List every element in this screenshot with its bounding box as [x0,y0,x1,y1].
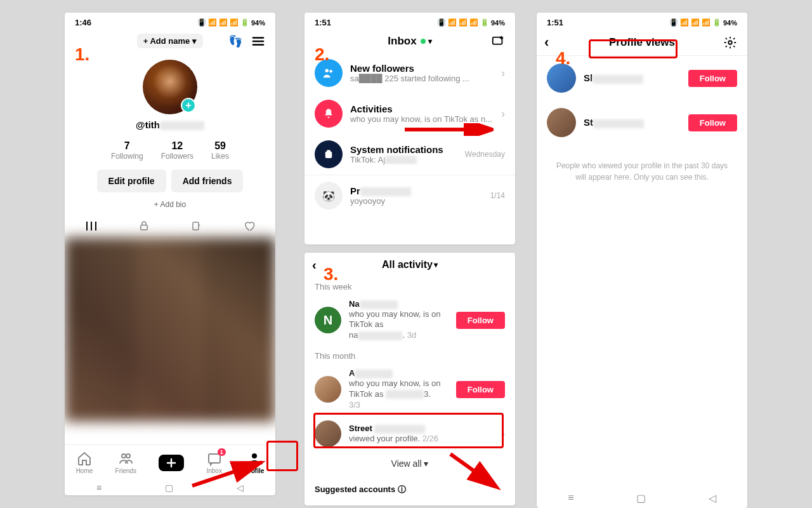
username: @tith [136,119,204,130]
android-nav: ≡▢◁ [537,492,747,504]
svg-point-5 [252,453,257,458]
profile-views-note: People who viewed your profile in the pa… [537,145,747,198]
inbox-item-dm[interactable]: 🐼 Pr yoyooyoy 1/14 [304,175,515,216]
svg-point-14 [728,41,732,44]
tab-grid-icon[interactable] [84,219,98,233]
activity-item[interactable]: N Na who you may know, is on TikTok asna… [304,294,515,346]
bottom-nav: Home Friends 1 Inbox Profile [65,444,275,480]
nav-home[interactable]: Home [76,451,93,474]
video-grid[interactable] [65,237,275,422]
status-time: 1:51 [315,18,331,27]
chevron-down-icon[interactable]: ▾ [434,260,438,269]
stat-likes[interactable]: 59 Likes [211,140,229,161]
menu-icon[interactable] [251,34,265,48]
nav-profile[interactable]: Profile [244,451,264,474]
chevron-down-icon: ▾ [192,36,197,46]
follow-button[interactable]: Follow [456,312,505,329]
svg-point-9 [329,70,332,73]
screenshot-3-activity: ‹ All activity▾ 3. This week N Na who yo… [304,253,515,505]
status-indicators: 📳📶📶📶🔋94% [197,18,265,27]
tab-bookmark-icon[interactable] [190,219,204,233]
home-nav-icon: ▢ [636,492,646,504]
profile-header: + Add name ▾ 👣 [65,30,275,52]
android-nav: ≡▢◁ [65,480,275,495]
svg-point-2 [122,454,126,458]
svg-point-8 [325,69,329,73]
bell-icon [315,100,343,128]
svg-rect-11 [327,150,331,152]
chevron-right-icon: › [501,67,505,80]
back-icon[interactable]: ‹ [312,258,317,272]
add-friends-button[interactable]: Add friends [171,170,244,192]
status-dot-icon [421,39,426,44]
edit-profile-button[interactable]: Edit profile [97,170,166,192]
back-nav-icon: ◁ [237,483,244,493]
recent-icon: ≡ [96,483,102,493]
recent-icon: ≡ [568,492,573,504]
step-number-4: 4. [556,48,570,69]
back-icon[interactable]: ‹ [544,34,549,51]
activity-avatar: N [315,307,341,333]
inbox-header: Inbox ▾ [304,30,515,53]
inbox-item-system[interactable]: System notifications TikTok: Aj Wednesda… [304,134,515,175]
svg-rect-0 [140,225,147,231]
section-this-month: This month [304,346,515,363]
tab-heart-icon[interactable] [242,219,256,233]
inbox-badge: 1 [218,448,226,456]
pv-avatar [547,108,576,137]
tab-lock-icon[interactable] [137,219,151,233]
status-indicators: 📳📶📶📶🔋94% [437,18,505,27]
chevron-right-icon: › [501,107,505,121]
time-label: Wednesday [465,150,505,159]
chevron-right-icon: › [501,427,505,441]
avatar-section: + @tith [65,52,275,134]
footprint-icon[interactable]: 👣 [228,34,242,48]
follow-button[interactable]: Follow [456,381,505,398]
stat-followers[interactable]: 12 Followers [161,140,193,161]
home-icon [77,451,92,466]
profile-icon [247,451,262,466]
status-indicators: 📳📶📶📶🔋94% [669,18,737,27]
nav-inbox[interactable]: 1 Inbox [206,451,221,474]
view-all-button[interactable]: View all ▾ [304,452,515,475]
screenshot-4-profile-views: 1:51 📳📶📶📶🔋94% ‹ Profile views 4. Sl Foll… [537,13,747,508]
inbox-item-new-followers[interactable]: New followers sa████ 225 started followi… [304,53,515,93]
dm-avatar: 🐼 [315,182,343,210]
activity-item[interactable]: A who you may know, is on TikTok as 3.3/… [304,363,515,415]
add-bio-button[interactable]: + Add bio [65,200,275,209]
nav-create[interactable] [159,455,184,471]
svg-rect-1 [193,222,199,230]
chevron-down-icon: ▾ [424,458,428,469]
step-number-3: 3. [324,264,338,284]
avatar[interactable]: + [143,60,197,114]
nav-friends[interactable]: Friends [115,451,136,474]
screenshot-2-inbox: 2. 1:51 📳📶📶📶🔋94% Inbox ▾ New followers s… [304,13,515,244]
add-name-button[interactable]: + Add name ▾ [137,34,204,48]
system-icon [315,140,343,168]
content-tabs [65,214,275,237]
inbox-icon: 1 [207,451,222,466]
follow-button[interactable]: Follow [688,114,737,131]
svg-rect-10 [325,152,332,159]
plus-icon [159,455,184,471]
back-nav-icon: ◁ [709,492,716,504]
status-bar: 1:51 📳📶📶📶🔋94% [537,13,747,30]
follow-button[interactable]: Follow [688,70,737,87]
inbox-item-activities[interactable]: Activities who you may know, is on TikTo… [304,93,515,134]
activity-item-viewed-profile[interactable]: Street viewed your profile. 2/26 › [304,415,515,452]
screenshot-1-profile: 1. 1:46 📳📶📶📶🔋94% + Add name ▾ 👣 + @tith … [65,13,275,495]
chevron-down-icon[interactable]: ▾ [428,37,432,46]
gear-icon[interactable] [723,36,737,50]
new-chat-icon[interactable] [491,34,505,48]
suggested-label: Suggested accounts ⓘ [304,475,515,495]
svg-rect-4 [209,454,220,463]
profile-view-item[interactable]: St Follow [537,100,747,145]
status-time: 1:51 [547,18,563,27]
status-bar: 1:51 📳📶📶📶🔋94% [304,13,515,30]
avatar-add-icon[interactable]: + [181,98,196,113]
friends-icon [118,451,133,466]
stat-following[interactable]: 7 Following [111,140,143,161]
step-number-2: 2. [315,44,329,65]
step-number-1: 1. [75,44,89,65]
status-bar: 1:46 📳📶📶📶🔋94% [65,13,275,30]
